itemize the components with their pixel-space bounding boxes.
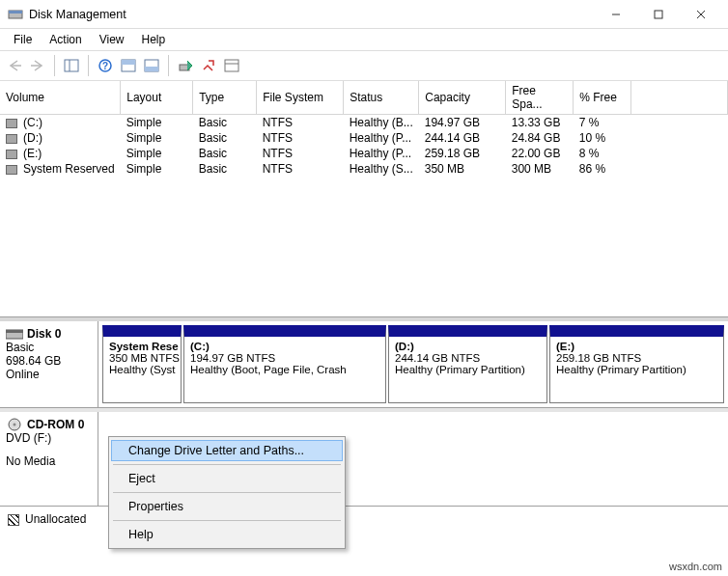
separator-icon	[113, 520, 341, 521]
view-top-button[interactable]	[118, 55, 139, 76]
close-button[interactable]	[680, 1, 722, 28]
menubar: File Action View Help	[0, 29, 728, 50]
disk-side[interactable]: CD-ROM 0 DVD (F:) No Media	[0, 412, 98, 506]
svg-rect-1	[9, 11, 22, 14]
menu-properties[interactable]: Properties	[111, 496, 343, 517]
col-extra[interactable]	[631, 81, 728, 115]
menu-eject[interactable]: Eject	[111, 468, 343, 489]
separator-icon	[168, 55, 169, 76]
separator-icon	[88, 55, 89, 76]
app-icon	[8, 7, 23, 22]
volume-icon	[6, 150, 17, 159]
hatch-icon	[8, 514, 19, 526]
svg-rect-15	[145, 67, 158, 71]
partition[interactable]: (E:)259.18 GB NTFSHealthy (Primary Parti…	[549, 325, 724, 403]
svg-rect-8	[65, 60, 78, 71]
menu-help[interactable]: Help	[134, 31, 174, 48]
col-layout[interactable]: Layout	[121, 81, 193, 115]
disk-side[interactable]: Disk 0 Basic 698.64 GB Online	[0, 321, 98, 407]
titlebar: Disk Management	[0, 0, 728, 29]
col-status[interactable]: Status	[344, 81, 419, 115]
table-row[interactable]: (C:)SimpleBasicNTFSHealthy (B...194.97 G…	[0, 115, 728, 131]
svg-text:?: ?	[102, 61, 108, 71]
svg-rect-3	[655, 11, 662, 18]
action-button-3[interactable]	[221, 55, 242, 76]
separator-icon	[54, 55, 55, 76]
menu-view[interactable]: View	[92, 31, 132, 48]
toolbar: ?	[0, 50, 728, 81]
partition[interactable]: (C:)194.97 GB NTFSHealthy (Boot, Page Fi…	[183, 325, 386, 403]
volume-icon	[6, 119, 17, 128]
svg-rect-17	[225, 60, 238, 71]
menu-help[interactable]: Help	[111, 524, 343, 545]
menu-file[interactable]: File	[6, 31, 40, 48]
volume-list[interactable]: Volume Layout Type File System Status Ca…	[0, 81, 728, 317]
table-row[interactable]: System ReservedSimpleBasicNTFSHealthy (S…	[0, 161, 728, 177]
volume-icon	[6, 165, 17, 175]
minimize-button[interactable]	[595, 1, 637, 28]
action-button-2[interactable]	[198, 55, 219, 76]
col-fs[interactable]: File System	[257, 81, 344, 115]
forward-button[interactable]	[27, 55, 48, 76]
partition[interactable]: System Rese350 MB NTFSHealthy (Syst	[102, 325, 182, 403]
context-menu: Change Drive Letter and Paths... Eject P…	[108, 436, 346, 549]
column-headers[interactable]: Volume Layout Type File System Status Ca…	[0, 81, 728, 115]
col-free[interactable]: Free Spa...	[506, 81, 574, 115]
watermark: wsxdn.com	[669, 561, 722, 572]
svg-point-22	[14, 424, 16, 426]
window-title: Disk Management	[29, 8, 595, 21]
menu-change-drive-letter[interactable]: Change Drive Letter and Paths...	[111, 440, 343, 461]
table-row[interactable]: (E:)SimpleBasicNTFSHealthy (P...259.18 G…	[0, 146, 728, 161]
col-pct[interactable]: % Free	[574, 81, 631, 115]
maximize-button[interactable]	[637, 1, 680, 28]
view-bottom-button[interactable]	[141, 55, 162, 76]
cdrom-icon	[6, 418, 23, 431]
table-row[interactable]: (D:)SimpleBasicNTFSHealthy (P...244.14 G…	[0, 130, 728, 146]
separator-icon	[113, 464, 341, 465]
separator-icon	[113, 492, 341, 493]
back-button[interactable]	[4, 55, 25, 76]
legend-unallocated: Unallocated	[8, 512, 86, 526]
menu-action[interactable]: Action	[42, 31, 89, 48]
panel-button[interactable]	[61, 55, 82, 76]
col-capacity[interactable]: Capacity	[419, 81, 506, 115]
svg-rect-20	[6, 330, 23, 333]
action-button-1[interactable]	[175, 55, 196, 76]
col-volume[interactable]: Volume	[0, 81, 121, 115]
col-type[interactable]: Type	[193, 81, 257, 115]
disk-icon	[6, 327, 23, 341]
partition[interactable]: (D:)244.14 GB NTFSHealthy (Primary Parti…	[388, 325, 547, 403]
volume-icon	[6, 134, 17, 144]
disk-row[interactable]: Disk 0 Basic 698.64 GB Online System Res…	[0, 321, 728, 408]
help-button[interactable]: ?	[95, 55, 116, 76]
svg-rect-13	[122, 60, 135, 65]
